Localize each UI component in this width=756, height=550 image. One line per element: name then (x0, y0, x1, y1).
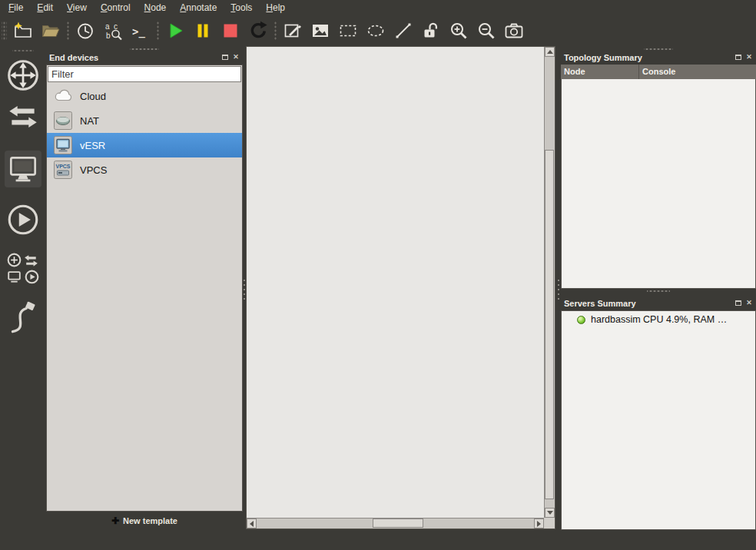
scroll-down-button[interactable] (545, 508, 555, 518)
scroll-up-button[interactable] (545, 47, 555, 57)
insert-image-icon (310, 21, 330, 41)
device-item-label: Cloud (80, 91, 106, 102)
computer-icon (53, 135, 73, 155)
browse-security-devices-button[interactable] (5, 201, 41, 238)
add-note-button[interactable] (279, 17, 307, 45)
screenshot-button[interactable] (500, 17, 528, 45)
toolbar-drag-handle[interactable] (2, 21, 7, 41)
zoom-in-button[interactable] (445, 17, 472, 45)
device-list: Cloud NAT (47, 84, 242, 511)
servers-summary-panel: Servers Summary ✕ hardbassim CPU 4.9%, R… (561, 293, 756, 530)
menu-bar: File Edit View Control Node Annotate Too… (0, 0, 756, 15)
main-toolbar: a c b >_ (0, 15, 756, 46)
add-link-button[interactable] (5, 297, 41, 340)
device-item-vpcs[interactable]: VPCS VPCS (47, 157, 242, 182)
draw-rectangle-button[interactable] (334, 17, 362, 45)
dock-close-button[interactable]: ✕ (744, 298, 754, 307)
browse-all-devices-button[interactable] (5, 250, 41, 287)
device-item-vesr[interactable]: vESR (47, 133, 242, 157)
toolbar-separator (155, 22, 161, 40)
console-all-button[interactable]: >_ (127, 17, 154, 45)
reload-icon (248, 21, 268, 41)
filter-input[interactable] (48, 66, 241, 82)
dock-float-button[interactable] (734, 298, 743, 307)
dock-close-button[interactable]: ✕ (744, 52, 754, 61)
switches-icon (5, 99, 41, 134)
nat-icon (53, 111, 73, 131)
draw-ellipse-button[interactable] (362, 17, 390, 45)
browse-routers-button[interactable] (5, 57, 41, 94)
suspend-button[interactable] (189, 17, 217, 45)
toolbar-separator (273, 22, 278, 40)
float-icon (222, 55, 228, 60)
dock-close-button[interactable]: ✕ (231, 52, 240, 61)
dock-drag-handle[interactable] (644, 48, 673, 51)
server-item[interactable]: hardbassim CPU 4.9%, RAM … (562, 311, 755, 325)
end-devices-icon (5, 151, 41, 187)
menu-annotate[interactable]: Annotate (173, 1, 224, 15)
toolbar-drag-handle[interactable] (12, 48, 34, 53)
vertical-scroll-thumb[interactable] (545, 150, 554, 499)
device-type-toolbar (0, 46, 46, 550)
menu-file[interactable]: File (2, 1, 30, 15)
menu-tools[interactable]: Tools (224, 1, 259, 15)
horizontal-scrollbar[interactable] (247, 518, 544, 528)
scroll-corner (544, 518, 555, 528)
zoom-out-button[interactable] (472, 17, 500, 45)
snapshot-button[interactable] (71, 17, 99, 45)
topology-canvas[interactable] (247, 47, 544, 518)
interface-labels-button[interactable]: a c b (99, 17, 127, 45)
new-template-label: New template (123, 516, 177, 525)
plus-icon: ✚ (111, 515, 119, 526)
scroll-right-button[interactable] (534, 519, 544, 528)
lock-button[interactable] (417, 17, 445, 45)
new-project-button[interactable] (9, 17, 37, 45)
stop-icon (220, 21, 240, 41)
start-button[interactable] (161, 17, 189, 45)
end-devices-panel: End devices ✕ Cloud (46, 46, 243, 512)
column-header-console[interactable]: Console (639, 65, 756, 79)
security-devices-icon (5, 202, 41, 237)
svg-text:a: a (105, 22, 110, 31)
cloud-icon (53, 86, 73, 106)
all-devices-icon (5, 251, 41, 287)
menu-edit[interactable]: Edit (30, 1, 60, 15)
splitter-left[interactable] (242, 278, 247, 301)
server-item-label: hardbassim CPU 4.9%, RAM … (591, 314, 727, 325)
menu-node[interactable]: Node (138, 1, 174, 15)
add-link-icon (5, 299, 41, 337)
zoom-in-icon (449, 21, 469, 41)
dock-float-button[interactable] (734, 52, 743, 61)
draw-rectangle-icon (338, 21, 358, 41)
menu-view[interactable]: View (60, 1, 94, 15)
dock-float-button[interactable] (220, 52, 230, 61)
vertical-scrollbar[interactable] (544, 47, 555, 518)
dock-drag-handle[interactable] (130, 48, 159, 51)
menu-control[interactable]: Control (94, 1, 138, 15)
servers-tree: hardbassim CPU 4.9%, RAM … (561, 310, 756, 530)
new-template-button[interactable]: ✚ New template (46, 512, 243, 530)
device-item-cloud[interactable]: Cloud (47, 84, 242, 108)
device-item-nat[interactable]: NAT (47, 108, 242, 133)
scroll-left-button[interactable] (247, 519, 257, 528)
horizontal-scroll-thumb[interactable] (373, 519, 423, 528)
end-devices-body: Cloud NAT (46, 65, 243, 512)
insert-image-button[interactable] (307, 17, 334, 45)
splitter-grip (243, 278, 246, 301)
browse-switches-button[interactable] (5, 98, 41, 135)
menu-help[interactable]: Help (259, 1, 292, 15)
topology-tree[interactable] (561, 79, 756, 289)
device-item-label: NAT (80, 115, 99, 127)
servers-summary-title: Servers Summary (564, 299, 636, 308)
start-icon (165, 21, 185, 41)
splitter-grip (557, 278, 560, 301)
browse-end-devices-button[interactable] (5, 151, 41, 187)
stop-button[interactable] (217, 17, 244, 45)
draw-line-button[interactable] (390, 17, 417, 45)
float-icon (735, 55, 741, 60)
interface-labels-icon: a c b (103, 21, 123, 41)
open-project-button[interactable] (37, 17, 65, 45)
column-header-node[interactable]: Node (561, 65, 639, 79)
reload-button[interactable] (244, 17, 272, 45)
topology-summary-title: Topology Summary (564, 53, 642, 62)
